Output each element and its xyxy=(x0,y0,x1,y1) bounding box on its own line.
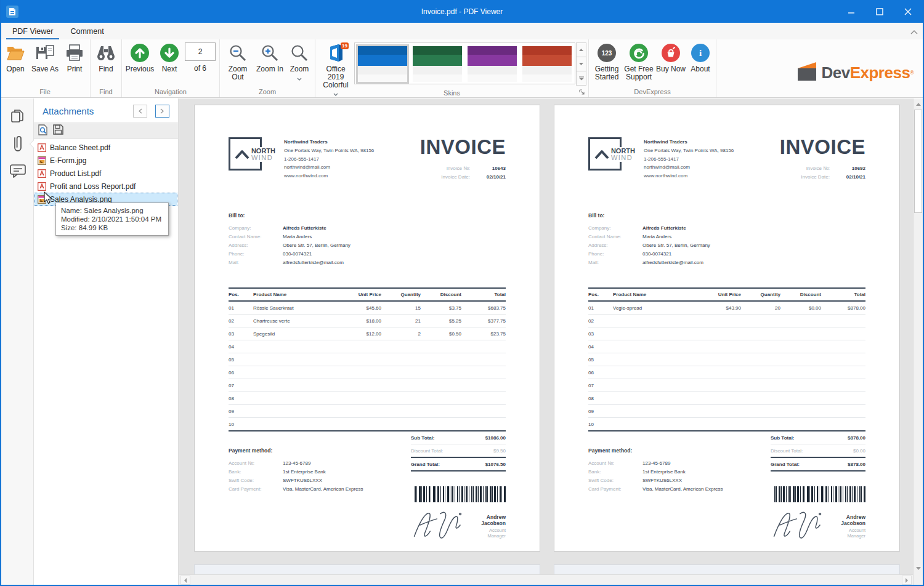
zoom-label: Zoom xyxy=(290,65,309,73)
get-free-support-label: Get Free Support xyxy=(623,65,655,81)
invoice-table-row: 04 xyxy=(229,340,506,353)
horizontal-scrollbar[interactable] xyxy=(179,574,913,585)
maximize-button[interactable] xyxy=(873,6,886,18)
buy-now-button[interactable]: Buy Now xyxy=(655,41,687,73)
next-label: Next xyxy=(162,65,177,73)
table-header-cell: Pos. xyxy=(229,292,253,297)
previous-pane-button[interactable] xyxy=(133,105,147,118)
getting-started-label: Getting Started xyxy=(591,65,623,81)
about-label: About xyxy=(691,65,710,73)
gallery-scroll-down-button[interactable] xyxy=(576,57,586,71)
close-button[interactable] xyxy=(902,6,914,18)
page-thumbnails-button[interactable] xyxy=(1,103,34,128)
invoice-table-row: 01Vegie-spread$43.9020$0.00$878.00 xyxy=(588,302,865,315)
invoice-table-row: 04 xyxy=(588,340,865,353)
open-attachment-icon[interactable] xyxy=(38,124,48,138)
ribbon: PDF Viewer Comment Open Save As xyxy=(0,23,924,98)
document-area: NORTHWIND Northwind Traders One Portals … xyxy=(179,98,913,585)
comments-button[interactable] xyxy=(1,159,34,183)
group-caption-skins: Skins xyxy=(317,89,586,98)
minimize-button[interactable] xyxy=(845,6,857,18)
invoice-title: INVOICE xyxy=(407,137,506,157)
print-button[interactable]: Print xyxy=(61,41,88,73)
scroll-up-button[interactable] xyxy=(914,99,923,109)
skins-gallery xyxy=(354,42,575,84)
attachments-list: Balance Sheet.pdfE-Form.jpgProduct List.… xyxy=(34,139,178,206)
get-free-support-button[interactable]: Get Free Support xyxy=(623,41,655,81)
total-row: Sub Total:$1086.00 xyxy=(411,431,506,444)
page-number-input[interactable]: 2 xyxy=(185,42,216,61)
attachment-item[interactable]: Profit and Loss Report.pdf xyxy=(34,180,177,193)
skin-swatch-red[interactable] xyxy=(521,44,573,84)
invoice-table-row: 09 xyxy=(229,405,506,418)
save-attachment-icon[interactable] xyxy=(53,124,63,137)
label-value-row: Mail:alfredsfutterkiste@mail.com xyxy=(229,259,506,267)
attachment-item[interactable]: Balance Sheet.pdf xyxy=(34,141,177,154)
scroll-right-button[interactable] xyxy=(902,576,912,585)
next-button[interactable]: Next xyxy=(156,41,183,73)
scroll-down-button[interactable] xyxy=(914,563,923,573)
tab-pdf-viewer[interactable]: PDF Viewer xyxy=(4,24,62,39)
skin-swatch-green[interactable] xyxy=(411,44,464,84)
skins-gallery-scroll xyxy=(576,42,586,85)
save-as-icon xyxy=(34,42,55,63)
table-header-cell: Quantity xyxy=(381,292,421,297)
table-header-cell: Discount xyxy=(421,292,461,297)
group-skins: 19 Office 2019 Colorful Skins xyxy=(315,39,589,97)
label-value-row: Contact Name:Maria Anders xyxy=(229,233,506,241)
arrow-down-circle-icon xyxy=(159,42,180,63)
window-title: Invoice.pdf - PDF Viewer xyxy=(0,7,924,16)
attachment-item[interactable]: E-Form.jpg xyxy=(34,154,177,167)
attachment-name: Product List.pdf xyxy=(50,169,101,178)
skin-swatch-purple[interactable] xyxy=(466,44,519,84)
group-find: Find Find xyxy=(91,39,122,97)
invoice-table-row: 01Rössle Sauerkraut$45.6015$3.75$683.75 xyxy=(229,302,506,315)
zoom-dropdown-button[interactable]: Zoom xyxy=(286,41,313,82)
invoice-table-row: 03 xyxy=(588,327,865,340)
about-button[interactable]: i About xyxy=(687,41,714,73)
payment-method-section: Payment method: Account №:123-45-6789Ban… xyxy=(229,431,411,545)
save-as-label: Save As xyxy=(31,65,59,73)
invoice-table-header: Pos.Product NameUnit PriceQuantityDiscou… xyxy=(588,287,865,302)
group-zoom: Zoom Out Zoom In Zoom Zoom xyxy=(220,39,315,97)
northwind-logo: NORTHWIND xyxy=(229,137,262,171)
collapse-ribbon-icon[interactable] xyxy=(910,26,918,38)
attachments-button[interactable] xyxy=(1,132,34,156)
label-value-row: Bank:1st Enterprise Bank xyxy=(229,468,411,476)
tab-comment[interactable]: Comment xyxy=(62,24,112,39)
attachment-tooltip: Name: Sales Analysis.png Modified: 2/10/… xyxy=(55,203,169,236)
getting-started-button[interactable]: 123 Getting Started xyxy=(591,41,623,81)
group-caption-navigation: Navigation xyxy=(124,87,217,97)
save-as-button[interactable]: Save As xyxy=(29,41,61,73)
table-header-cell: Discount xyxy=(780,292,821,297)
scrollbar-thumb[interactable] xyxy=(914,110,922,213)
gallery-expand-button[interactable] xyxy=(576,71,586,86)
find-button[interactable]: Find xyxy=(92,41,120,73)
skin-swatch-blue[interactable] xyxy=(356,44,409,84)
image-file-icon xyxy=(38,156,46,165)
navigation-pane-strip xyxy=(1,98,34,585)
invoice-table-row: 08 xyxy=(229,392,506,405)
label-value-row: Contact Name:Maria Anders xyxy=(588,233,865,241)
invoice-table-row: 10 xyxy=(588,418,865,430)
zoom-out-button[interactable]: Zoom Out xyxy=(222,41,254,81)
scroll-left-button[interactable] xyxy=(180,576,190,585)
open-button[interactable]: Open xyxy=(2,41,29,73)
invoice-table-row: 08 xyxy=(588,392,865,405)
bill-to-section: Bill to: Company:Alfreds FutterkisteCont… xyxy=(229,212,506,267)
zoom-in-button[interactable]: Zoom In xyxy=(254,41,286,73)
pdf-file-icon xyxy=(38,143,46,152)
invoice-table-row: 07 xyxy=(588,379,865,392)
invoice-page: NORTHWIND Northwind Traders One Portals … xyxy=(194,105,540,552)
invoice-meta-row: Invoice №:10643 xyxy=(407,164,506,173)
previous-button[interactable]: Previous xyxy=(124,41,156,73)
binoculars-icon xyxy=(95,42,116,63)
gallery-scroll-up-button[interactable] xyxy=(576,42,586,57)
dialog-launcher-icon[interactable] xyxy=(578,89,585,97)
attachment-item[interactable]: Product List.pdf xyxy=(34,167,177,180)
group-caption-zoom: Zoom xyxy=(222,87,313,97)
next-pane-button[interactable] xyxy=(155,105,169,118)
vertical-scrollbar[interactable] xyxy=(913,98,923,585)
open-label: Open xyxy=(6,65,24,73)
zoom-in-label: Zoom In xyxy=(256,65,283,73)
